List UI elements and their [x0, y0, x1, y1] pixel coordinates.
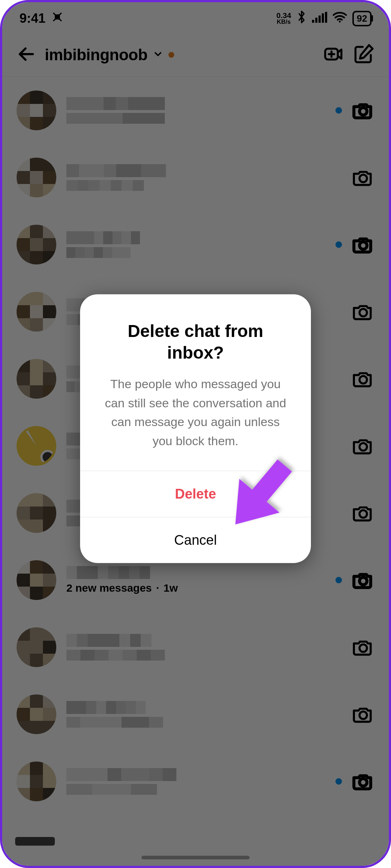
cancel-button[interactable]: Cancel: [80, 517, 311, 563]
delete-button[interactable]: Delete: [80, 470, 311, 517]
delete-chat-dialog: Delete chat from inbox? The people who m…: [80, 294, 311, 563]
dialog-title: Delete chat from inbox?: [100, 320, 291, 364]
dialog-message: The people who messaged you can still se…: [100, 374, 291, 451]
